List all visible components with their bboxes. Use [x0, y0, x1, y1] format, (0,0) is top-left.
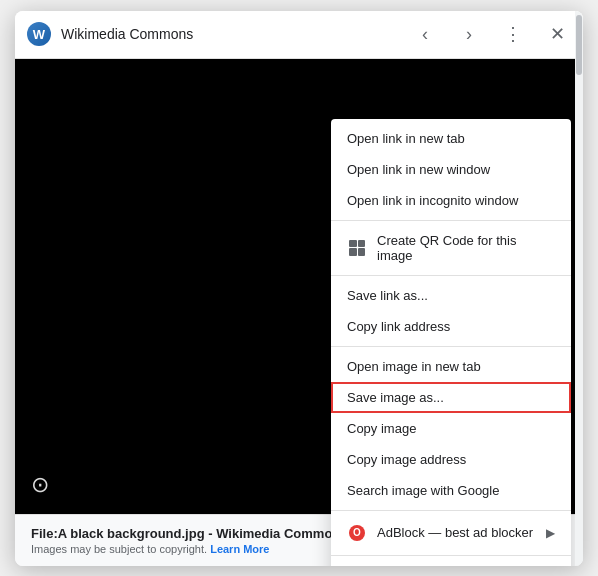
- more-button[interactable]: ⋮: [499, 20, 527, 48]
- page-title: Wikimedia Commons: [61, 26, 411, 42]
- menu-item-open-incognito[interactable]: Open link in incognito window: [331, 185, 571, 216]
- content-area: ⊙ Open link in new tab Open link in new …: [15, 59, 583, 514]
- menu-item-save-image-as[interactable]: Save image as...: [331, 382, 571, 413]
- forward-button[interactable]: ›: [455, 20, 483, 48]
- scrollbar-thumb[interactable]: [576, 15, 582, 75]
- menu-item-open-image-new-tab[interactable]: Open image in new tab: [331, 351, 571, 382]
- menu-item-search-image-google[interactable]: Search image with Google: [331, 475, 571, 506]
- menu-item-open-image-new-tab-label: Open image in new tab: [347, 359, 481, 374]
- scan-icon: ⊙: [31, 472, 49, 498]
- menu-item-create-qr-label: Create QR Code for this image: [377, 233, 555, 263]
- menu-item-open-incognito-label: Open link in incognito window: [347, 193, 518, 208]
- menu-item-copy-link-address-label: Copy link address: [347, 319, 450, 334]
- close-button[interactable]: ✕: [543, 20, 571, 48]
- menu-item-search-image-google-label: Search image with Google: [347, 483, 499, 498]
- favicon: W: [27, 22, 51, 46]
- footer-subtitle-text: Images may be subject to copyright.: [31, 543, 207, 555]
- footer-info: File:A black background.jpg - Wikimedia …: [31, 526, 348, 555]
- menu-item-create-qr[interactable]: Create QR Code for this image: [331, 225, 571, 271]
- context-menu: Open link in new tab Open link in new wi…: [331, 119, 571, 566]
- back-button[interactable]: ‹: [411, 20, 439, 48]
- menu-item-save-link-as[interactable]: Save link as...: [331, 280, 571, 311]
- menu-section-image-actions: Open image in new tab Save image as... C…: [331, 347, 571, 511]
- menu-item-copy-link-address[interactable]: Copy link address: [331, 311, 571, 342]
- footer-subtitle: Images may be subject to copyright. Lear…: [31, 543, 348, 555]
- menu-section-qr: Create QR Code for this image: [331, 221, 571, 276]
- menu-item-copy-image-address[interactable]: Copy image address: [331, 444, 571, 475]
- menu-item-save-image-as-label: Save image as...: [347, 390, 444, 405]
- title-controls: ‹ › ⋮ ✕: [411, 20, 571, 48]
- menu-item-adblock[interactable]: O AdBlock — best ad blocker ▶: [331, 515, 571, 551]
- menu-section-inspect: Inspect: [331, 556, 571, 566]
- browser-window: W Wikimedia Commons ‹ › ⋮ ✕ ⊙ Open link …: [15, 11, 583, 566]
- menu-item-adblock-label: AdBlock — best ad blocker: [377, 525, 533, 540]
- qr-icon: [347, 238, 367, 258]
- menu-section-link-actions: Save link as... Copy link address: [331, 276, 571, 347]
- menu-item-open-new-tab-label: Open link in new tab: [347, 131, 465, 146]
- title-bar: W Wikimedia Commons ‹ › ⋮ ✕: [15, 11, 583, 59]
- menu-item-open-new-tab[interactable]: Open link in new tab: [331, 123, 571, 154]
- menu-section-adblock: O AdBlock — best ad blocker ▶: [331, 511, 571, 556]
- adblock-icon: O: [347, 523, 367, 543]
- menu-item-copy-image-address-label: Copy image address: [347, 452, 466, 467]
- scrollbar[interactable]: [575, 11, 583, 566]
- adblock-arrow-icon: ▶: [546, 526, 555, 540]
- learn-more-link[interactable]: Learn More: [210, 543, 269, 555]
- menu-section-links: Open link in new tab Open link in new wi…: [331, 119, 571, 221]
- menu-item-open-new-window[interactable]: Open link in new window: [331, 154, 571, 185]
- footer-title: File:A black background.jpg - Wikimedia …: [31, 526, 348, 541]
- menu-item-copy-image[interactable]: Copy image: [331, 413, 571, 444]
- menu-item-save-link-as-label: Save link as...: [347, 288, 428, 303]
- menu-item-inspect[interactable]: Inspect: [331, 560, 571, 566]
- menu-item-open-new-window-label: Open link in new window: [347, 162, 490, 177]
- menu-item-copy-image-label: Copy image: [347, 421, 416, 436]
